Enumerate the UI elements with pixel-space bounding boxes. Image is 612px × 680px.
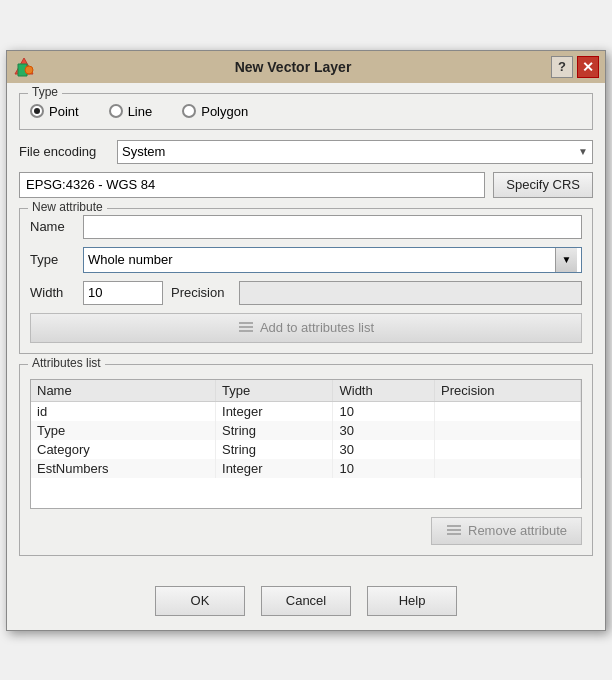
svg-rect-7 (447, 529, 461, 531)
radio-point[interactable]: Point (30, 104, 79, 119)
remove-attribute-button[interactable]: Remove attribute (431, 517, 582, 545)
cell-width: 30 (333, 421, 435, 440)
dialog-title: New Vector Layer (235, 59, 352, 75)
table-body: idInteger10TypeString30CategoryString30E… (31, 401, 581, 478)
type-group: Type Point Line Polygon (19, 93, 593, 130)
remove-attribute-label: Remove attribute (468, 523, 567, 538)
type-label: Type (30, 252, 75, 267)
name-input[interactable] (83, 215, 582, 239)
radio-point-label: Point (49, 104, 79, 119)
col-precision: Precision (435, 380, 581, 402)
file-encoding-row: File encoding System ▼ (19, 140, 593, 164)
ok-button[interactable]: OK (155, 586, 245, 616)
file-encoding-select[interactable]: System ▼ (117, 140, 593, 164)
col-type: Type (216, 380, 333, 402)
attr-type-select[interactable]: Whole number ▼ (83, 247, 582, 273)
help-button[interactable]: ? (551, 56, 573, 78)
file-encoding-value: System (122, 144, 165, 159)
cell-precision (435, 459, 581, 478)
svg-rect-8 (447, 533, 461, 535)
titlebar-right: ? ✕ (551, 56, 599, 78)
precision-label: Precision (171, 285, 231, 300)
titlebar: New Vector Layer ? ✕ (7, 51, 605, 83)
col-name: Name (31, 380, 216, 402)
remove-list-icon (446, 523, 462, 539)
type-options-row: Point Line Polygon (30, 100, 582, 119)
table-row[interactable]: idInteger10 (31, 401, 581, 421)
type-group-label: Type (28, 85, 62, 99)
svg-rect-6 (447, 525, 461, 527)
add-to-attributes-button[interactable]: Add to attributes list (30, 313, 582, 343)
table-header: Name Type Width Precision (31, 380, 581, 402)
table-row[interactable]: TypeString30 (31, 421, 581, 440)
name-row: Name (30, 215, 582, 239)
cell-name: id (31, 401, 216, 421)
cell-name: EstNumbers (31, 459, 216, 478)
cell-type: String (216, 421, 333, 440)
new-attribute-group: New attribute Name Type Whole number ▼ W… (19, 208, 593, 354)
svg-rect-5 (239, 330, 253, 332)
new-vector-layer-dialog: New Vector Layer ? ✕ Type Point Line (6, 50, 606, 631)
precision-input[interactable] (239, 281, 582, 305)
cell-width: 30 (333, 440, 435, 459)
attributes-table: Name Type Width Precision idInteger10Typ… (31, 380, 581, 478)
cell-type: String (216, 440, 333, 459)
crs-row: Specify CRS (19, 172, 593, 198)
cell-name: Category (31, 440, 216, 459)
attributes-list-group: Attributes list Name Type Width Precisio… (19, 364, 593, 556)
radio-line-circle (109, 104, 123, 118)
add-list-icon (238, 320, 254, 336)
type-row: Type Whole number ▼ (30, 247, 582, 273)
table-row[interactable]: EstNumbersInteger10 (31, 459, 581, 478)
cell-type: Integer (216, 459, 333, 478)
radio-polygon[interactable]: Polygon (182, 104, 248, 119)
svg-rect-4 (239, 326, 253, 328)
radio-polygon-label: Polygon (201, 104, 248, 119)
radio-point-circle (30, 104, 44, 118)
close-button[interactable]: ✕ (577, 56, 599, 78)
new-attribute-label: New attribute (28, 200, 107, 214)
svg-rect-3 (239, 322, 253, 324)
help-bottom-button[interactable]: Help (367, 586, 457, 616)
add-to-attributes-label: Add to attributes list (260, 320, 374, 335)
specify-crs-button[interactable]: Specify CRS (493, 172, 593, 198)
titlebar-left (13, 56, 35, 78)
cell-precision (435, 421, 581, 440)
width-label: Width (30, 285, 75, 300)
attr-type-arrow: ▼ (555, 248, 577, 272)
table-row[interactable]: CategoryString30 (31, 440, 581, 459)
file-encoding-arrow: ▼ (578, 146, 588, 157)
svg-point-2 (25, 66, 33, 74)
attributes-table-wrapper: Name Type Width Precision idInteger10Typ… (30, 379, 582, 509)
crs-input[interactable] (19, 172, 485, 198)
file-encoding-label: File encoding (19, 144, 109, 159)
cancel-button[interactable]: Cancel (261, 586, 351, 616)
attributes-list-label: Attributes list (28, 356, 105, 370)
col-width: Width (333, 380, 435, 402)
remove-attr-row: Remove attribute (30, 517, 582, 545)
cell-name: Type (31, 421, 216, 440)
app-icon (13, 56, 35, 78)
cell-width: 10 (333, 459, 435, 478)
cell-type: Integer (216, 401, 333, 421)
dialog-body: Type Point Line Polygon File encoding (7, 83, 605, 576)
radio-line-label: Line (128, 104, 153, 119)
bottom-buttons: OK Cancel Help (7, 576, 605, 630)
radio-line[interactable]: Line (109, 104, 153, 119)
width-precision-row: Width Precision (30, 281, 582, 305)
cell-precision (435, 440, 581, 459)
cell-width: 10 (333, 401, 435, 421)
name-label: Name (30, 219, 75, 234)
radio-polygon-circle (182, 104, 196, 118)
titlebar-center: New Vector Layer (35, 59, 551, 75)
attr-type-value: Whole number (88, 252, 173, 267)
width-input[interactable] (83, 281, 163, 305)
cell-precision (435, 401, 581, 421)
